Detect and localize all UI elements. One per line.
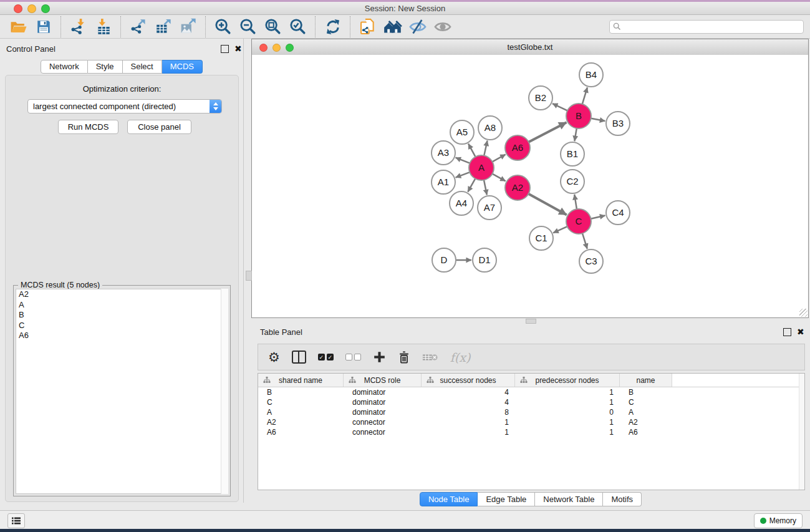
select-all-rows-icon[interactable]: ✓✓: [318, 348, 334, 367]
tab-mcds[interactable]: MCDS: [162, 60, 203, 74]
column-header-name[interactable]: name: [620, 374, 672, 387]
graph-node-A5[interactable]: A5: [450, 120, 474, 144]
mcds-result-item[interactable]: A2: [16, 289, 228, 300]
task-history-icon[interactable]: [7, 513, 25, 528]
export-table-icon[interactable]: [151, 16, 176, 37]
graph-node-C3[interactable]: C3: [579, 249, 603, 273]
graph-edge-A-A3[interactable]: [456, 158, 470, 163]
export-network-icon[interactable]: [126, 16, 151, 37]
table-row[interactable]: A6connector11A6: [258, 427, 804, 437]
graph-edge-C-C4[interactable]: [591, 216, 605, 219]
column-header-successor-nodes[interactable]: successor nodes: [422, 374, 515, 387]
export-image-icon[interactable]: [176, 16, 201, 37]
criterion-dropdown[interactable]: largest connected component (directed): [27, 99, 222, 114]
graph-edge-B-B4[interactable]: [582, 87, 587, 104]
zoom-fit-icon[interactable]: [261, 16, 286, 37]
table-row[interactable]: Adominator80A: [258, 407, 804, 417]
graph-edge-C-C1[interactable]: [553, 226, 567, 233]
network-canvas[interactable]: B4B2BB3A8A5A6A3B1AA1C2A2A4A7C4CC1C3DD1: [252, 55, 808, 317]
graph-node-B1[interactable]: B1: [561, 142, 584, 166]
table-options-icon[interactable]: ⚙: [268, 348, 280, 367]
graph-node-A[interactable]: A: [469, 155, 494, 180]
save-session-icon[interactable]: [31, 16, 56, 37]
splitter-grip-vertical[interactable]: [246, 271, 252, 281]
float-panel-icon[interactable]: [783, 328, 791, 336]
tab-edge-table[interactable]: Edge Table: [478, 492, 535, 506]
graph-edge-A-A1[interactable]: [456, 172, 470, 178]
graph-node-D[interactable]: D: [432, 248, 456, 272]
graph-node-C1[interactable]: C1: [529, 226, 553, 250]
tab-network-table[interactable]: Network Table: [535, 492, 603, 506]
tab-node-table[interactable]: Node Table: [420, 492, 478, 506]
graph-node-B4[interactable]: B4: [579, 63, 603, 87]
graph-edge-A-A7[interactable]: [484, 180, 487, 195]
graph-edge-C-C3[interactable]: [582, 233, 587, 249]
graph-node-A4[interactable]: A4: [450, 191, 473, 215]
graph-node-C4[interactable]: C4: [606, 201, 630, 225]
function-builder-icon[interactable]: f(x): [450, 348, 471, 367]
graph-node-B3[interactable]: B3: [606, 112, 630, 135]
tab-motifs[interactable]: Motifs: [603, 492, 642, 506]
destroy-table-icon[interactable]: [422, 348, 438, 367]
graph-node-C2[interactable]: C2: [561, 170, 584, 193]
graph-edge-A-A8[interactable]: [484, 141, 487, 156]
deselect-all-rows-icon[interactable]: [345, 348, 361, 367]
search-input[interactable]: [609, 20, 804, 34]
column-header-shared-name[interactable]: shared name: [258, 374, 344, 387]
graph-edge-B-B2[interactable]: [552, 104, 567, 110]
graph-node-A6[interactable]: A6: [505, 135, 530, 160]
tab-style[interactable]: Style: [88, 60, 123, 74]
graph-node-C[interactable]: C: [566, 209, 591, 234]
mcds-result-item[interactable]: A: [16, 300, 228, 311]
tab-select[interactable]: Select: [123, 60, 162, 74]
memory-button[interactable]: Memory: [754, 513, 803, 528]
table-row[interactable]: Bdominator41B: [258, 387, 804, 397]
graph-edge-A-A5[interactable]: [468, 143, 475, 157]
first-neighbors-icon[interactable]: [380, 16, 405, 37]
graph-edge-A-A4[interactable]: [468, 178, 475, 191]
column-header-predecessor-nodes[interactable]: predecessor nodes: [515, 374, 620, 387]
panel-divider[interactable]: [243, 39, 244, 503]
zoom-in-icon[interactable]: [211, 16, 236, 37]
graph-edge-B-B1[interactable]: [574, 128, 576, 142]
splitter-grip-horizontal[interactable]: [526, 319, 536, 324]
mcds-result-item[interactable]: A6: [16, 331, 228, 341]
graph-edge-A-A2[interactable]: [493, 174, 506, 181]
zoom-selected-icon[interactable]: [286, 16, 311, 37]
tab-network[interactable]: Network: [41, 60, 88, 74]
graph-node-A8[interactable]: A8: [478, 116, 502, 140]
mcds-result-item[interactable]: C: [16, 321, 228, 331]
show-columns-icon[interactable]: [292, 348, 306, 367]
zoom-out-icon[interactable]: [236, 16, 261, 37]
graph-node-A2[interactable]: A2: [505, 175, 530, 200]
delete-icon[interactable]: [398, 348, 410, 367]
graph-edge-C-C2[interactable]: [574, 195, 577, 209]
graph-node-A1[interactable]: A1: [432, 170, 455, 194]
graph-node-B[interactable]: B: [566, 104, 591, 128]
close-panel-button[interactable]: Close panel: [127, 120, 191, 134]
mcds-result-item[interactable]: B: [16, 310, 228, 321]
graph-node-A3[interactable]: A3: [432, 141, 455, 165]
import-table-icon[interactable]: [91, 16, 116, 37]
hide-selected-icon[interactable]: [405, 16, 430, 37]
import-network-icon[interactable]: [66, 16, 91, 37]
scrollbar[interactable]: [221, 289, 228, 494]
run-mcds-button[interactable]: Run MCDS: [58, 120, 118, 134]
open-file-icon[interactable]: [6, 16, 31, 37]
scrollbar[interactable]: [799, 374, 804, 490]
graph-edge-B-B3[interactable]: [591, 118, 605, 121]
graph-edge-A6-B[interactable]: [529, 122, 567, 142]
graph-node-D1[interactable]: D1: [473, 248, 496, 272]
add-icon[interactable]: [373, 348, 386, 367]
window-resize-grip[interactable]: [799, 309, 808, 317]
new-network-from-selection-icon[interactable]: [355, 16, 380, 37]
float-panel-icon[interactable]: [221, 45, 229, 53]
table-row[interactable]: A2connector11A2: [258, 417, 804, 427]
column-header-mcds-role[interactable]: MCDS role: [344, 374, 422, 387]
close-panel-icon[interactable]: ✖: [234, 46, 242, 52]
graph-edge-A2-C[interactable]: [529, 194, 567, 215]
graph-node-A7[interactable]: A7: [478, 196, 501, 220]
graph-node-B2[interactable]: B2: [529, 86, 552, 110]
table-row[interactable]: Cdominator41C: [258, 397, 804, 407]
mcds-result-list[interactable]: A2ABCA6: [16, 289, 228, 494]
